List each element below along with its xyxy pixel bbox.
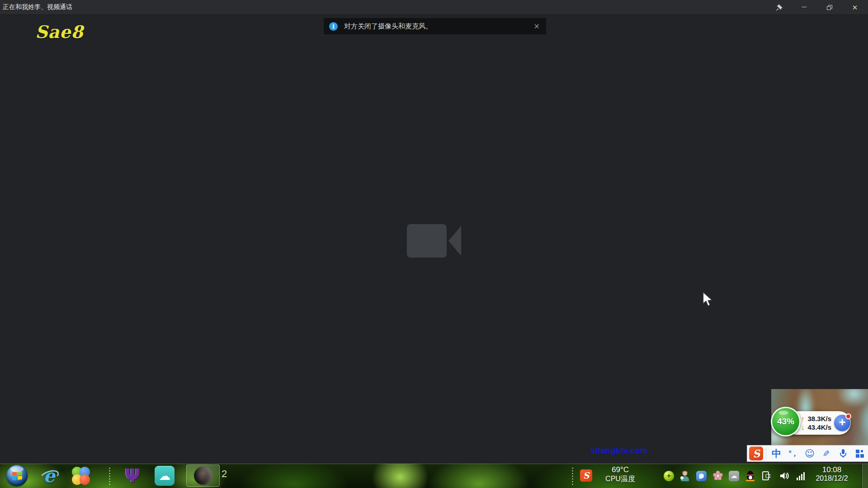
window-controls: ─ ✕ bbox=[772, 0, 865, 15]
ime-voice-button[interactable] bbox=[835, 446, 851, 461]
tray-network-signal-icon[interactable] bbox=[797, 471, 805, 480]
ime-toolbar: S 中 °， ☺ ✎ bbox=[747, 445, 868, 462]
tray-messenger-icon[interactable] bbox=[696, 471, 707, 481]
petal-red-icon bbox=[80, 474, 90, 485]
pin-icon[interactable] bbox=[772, 2, 786, 13]
upload-speed-value: 38.3K/s bbox=[808, 415, 832, 422]
banner-close-icon[interactable]: ✕ bbox=[533, 22, 541, 31]
tray-volume-icon[interactable] bbox=[779, 471, 790, 481]
cpu-temp-value: 69°C bbox=[598, 465, 643, 474]
notification-text: 对方关闭了摄像头和麦克风。 bbox=[344, 22, 533, 31]
tray-separator bbox=[571, 467, 574, 485]
tray-safety-ball-icon[interactable]: + bbox=[664, 471, 674, 481]
avatar bbox=[194, 466, 212, 485]
ime-toolbox-button[interactable] bbox=[851, 446, 868, 461]
taskbar-item-media-app[interactable] bbox=[71, 466, 90, 485]
toolbox-grid-icon bbox=[856, 450, 864, 458]
video-call-area: Sae8 i 对方关闭了摄像头和麦克风。 ✕ sifangktv.com ↑ 3… bbox=[0, 15, 868, 464]
taskbar-item-internet-explorer[interactable]: e bbox=[39, 465, 60, 486]
windows-flag-icon bbox=[12, 471, 23, 481]
app-logo: Sae8 bbox=[35, 22, 84, 42]
taskbar-clock[interactable]: 10:08 2018/12/2 bbox=[809, 465, 854, 483]
mouse-cursor bbox=[702, 292, 713, 307]
camera-off-placeholder-icon bbox=[407, 222, 461, 259]
close-button[interactable]: ✕ bbox=[848, 2, 862, 13]
memory-usage-ball[interactable]: 43% bbox=[771, 407, 801, 436]
accelerate-plus-button[interactable]: + bbox=[834, 415, 850, 431]
sogou-logo-icon[interactable]: S bbox=[749, 446, 763, 460]
window-count-badge: 2 bbox=[222, 468, 227, 480]
minimize-button[interactable]: ─ bbox=[797, 2, 811, 13]
ime-emoji-button[interactable]: ☺ bbox=[802, 446, 818, 461]
ime-separator bbox=[766, 448, 766, 460]
taskbar-separator bbox=[108, 467, 111, 485]
info-icon: i bbox=[329, 22, 338, 31]
microphone-icon bbox=[839, 449, 847, 458]
tray-flower-icon[interactable] bbox=[712, 471, 723, 481]
memory-percent: 43% bbox=[777, 417, 794, 427]
cpu-temperature-widget[interactable]: 69°C CPU温度 bbox=[598, 465, 643, 484]
cpu-temp-label: CPU温度 bbox=[598, 474, 643, 484]
taskbar: e Ψ ☁ 2 S 69°C CPU温度 + bbox=[0, 464, 868, 488]
show-desktop-button[interactable] bbox=[862, 464, 868, 488]
pushpin-glyph bbox=[775, 4, 783, 11]
maximize-restore-button[interactable] bbox=[823, 2, 836, 13]
notification-dot bbox=[845, 413, 851, 419]
ime-punctuation-button[interactable]: °， bbox=[785, 446, 802, 461]
upload-arrow-icon: ↑ bbox=[801, 415, 805, 422]
download-arrow-icon: ↓ bbox=[801, 423, 805, 431]
download-speed-value: 43.4K/s bbox=[808, 423, 832, 431]
tray-qq-icon[interactable] bbox=[745, 471, 755, 481]
clock-date: 2018/12/2 bbox=[809, 474, 854, 483]
clock-time: 10:08 bbox=[809, 465, 854, 474]
tray-cloud-icon[interactable]: ☁ bbox=[729, 471, 739, 481]
taskbar-item-video-app[interactable]: Ψ bbox=[122, 465, 143, 487]
taskbar-item-cloud-app[interactable]: ☁ bbox=[155, 466, 175, 486]
ime-chinese-mode-button[interactable]: 中 bbox=[768, 446, 785, 461]
tray-device-plug-icon[interactable] bbox=[761, 471, 772, 481]
system-tray: + ☁ bbox=[664, 464, 805, 488]
tray-sogou-icon[interactable]: S bbox=[580, 469, 592, 482]
window-titlebar: 正在和我姓李、视频通话 ─ ✕ bbox=[0, 0, 868, 15]
watermark-text: sifangktv.com bbox=[590, 446, 647, 455]
start-button[interactable] bbox=[6, 465, 28, 486]
screen: 正在和我姓李、视频通话 ─ ✕ Sae8 i 对方关闭了摄像头和麦克风。 bbox=[0, 0, 868, 488]
tray-assistant-icon[interactable] bbox=[680, 471, 690, 481]
window-title: 正在和我姓李、视频通话 bbox=[0, 3, 72, 11]
notification-banner: i 对方关闭了摄像头和麦克风。 ✕ bbox=[324, 18, 546, 34]
cloud-icon: ☁ bbox=[159, 470, 170, 482]
restore-icon bbox=[827, 5, 832, 10]
taskbar-item-active-call-window[interactable] bbox=[186, 465, 220, 487]
ime-handwriting-button[interactable]: ✎ bbox=[818, 446, 835, 461]
